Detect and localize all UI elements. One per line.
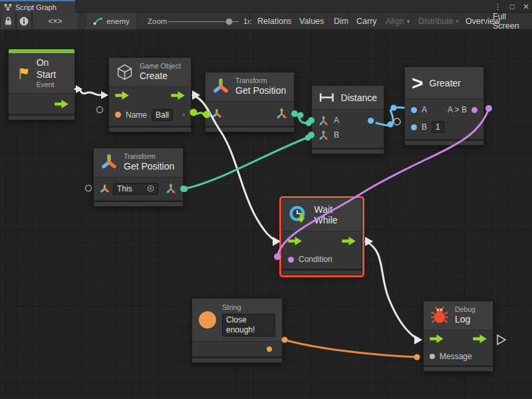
- node-get-position-self[interactable]: Transform Get Position This: [93, 148, 184, 207]
- target-value: This: [117, 184, 132, 194]
- flow-output-port[interactable]: [55, 100, 68, 108]
- wire-getposition-self-to-distance-b[interactable]: [184, 138, 307, 189]
- graph-asset-button[interactable]: enemy: [85, 13, 137, 30]
- node-title: Get Position: [235, 85, 286, 97]
- name-input-port[interactable]: [115, 112, 121, 118]
- b-value-field[interactable]: 1: [432, 121, 444, 133]
- node-debug-log[interactable]: Debug Log Message: [423, 301, 493, 372]
- string-icon: [199, 311, 216, 329]
- greater-input-a-port[interactable]: [411, 107, 417, 113]
- embed-icon: <×>: [48, 17, 62, 26]
- tab-title: Script Graph: [15, 3, 57, 11]
- input-b-edge-dot[interactable]: [308, 132, 315, 138]
- vector3-output-port[interactable]: [275, 107, 288, 120]
- maximize-icon[interactable]: □: [510, 2, 515, 11]
- transform-input-port[interactable]: [211, 108, 222, 119]
- carry-label: Carry: [356, 17, 377, 26]
- flow-input-port[interactable]: [430, 334, 444, 343]
- unconnected-port-circle: [86, 186, 92, 192]
- node-footer: [109, 126, 191, 132]
- fullscreen-button[interactable]: Full Screen: [485, 13, 532, 30]
- message-input-port[interactable]: [430, 354, 435, 359]
- wire-string-to-message[interactable]: [285, 340, 416, 357]
- graph-name-label: enemy: [106, 17, 130, 25]
- name-value-field[interactable]: Ball: [152, 109, 173, 121]
- vector3-edge-dot[interactable]: [180, 186, 187, 192]
- lock-button[interactable]: [0, 13, 16, 30]
- convert-embed-button[interactable]: <×>: [32, 13, 78, 30]
- node-wait-while-selected[interactable]: Wait While Condition: [281, 198, 362, 275]
- flow-output-port[interactable]: [171, 91, 185, 100]
- node-category: Game Object: [140, 62, 181, 70]
- greater-icon: >: [412, 74, 424, 92]
- node-footer: [424, 365, 493, 371]
- distance-output-port[interactable]: [368, 118, 374, 124]
- node-title: Wait While: [315, 204, 355, 225]
- close-icon[interactable]: ✕: [523, 2, 529, 11]
- flag-icon: [15, 65, 31, 82]
- fullscreen-label: Full Screen: [493, 12, 525, 31]
- input-a-label: A: [334, 116, 339, 125]
- dim-label: Dim: [334, 17, 348, 26]
- node-footer: [192, 356, 282, 362]
- lock-icon: [5, 17, 12, 25]
- node-footer: [405, 139, 483, 145]
- unconnected-flow-triangle: [497, 335, 505, 344]
- input-b-label: B: [334, 130, 339, 140]
- node-get-position-top[interactable]: Transform Get Position: [205, 72, 295, 132]
- chevron-down-icon: ▾: [407, 18, 410, 25]
- vector3-edge-dot[interactable]: [291, 110, 298, 117]
- node-game-object-create[interactable]: Game Object Create Name Ball: [108, 57, 192, 132]
- condition-input-port[interactable]: [288, 257, 294, 263]
- inspect-button[interactable]: [16, 13, 32, 30]
- script-graph-icon: [4, 3, 12, 11]
- node-title: Create: [140, 70, 181, 82]
- node-footer: [9, 114, 74, 120]
- string-output-port[interactable]: [267, 346, 272, 352]
- message-label: Message: [440, 352, 472, 361]
- greater-input-b-port[interactable]: [411, 124, 417, 130]
- node-greater[interactable]: > Greater A A > B B 1: [404, 66, 484, 146]
- wire-onstart-to-create[interactable]: [75, 88, 102, 95]
- result-label: A > B: [448, 105, 467, 114]
- greater-output-port[interactable]: [471, 107, 477, 113]
- graph-canvas[interactable]: On Start Event Game Object Create: [0, 30, 532, 399]
- input-a-edge-dot[interactable]: [308, 117, 315, 124]
- node-footer: [205, 126, 294, 132]
- node-string-literal[interactable]: String Close enough!: [192, 298, 283, 363]
- bug-icon: [430, 306, 449, 325]
- tab-script-graph[interactable]: Script Graph: [0, 0, 75, 13]
- info-icon: [19, 17, 29, 26]
- graph-asset-icon: [92, 17, 102, 25]
- game-object-output-port[interactable]: [182, 109, 185, 120]
- string-value-field[interactable]: Close enough!: [222, 314, 275, 336]
- vector3-input-a-port[interactable]: [318, 115, 329, 126]
- condition-label: Condition: [299, 255, 332, 264]
- vector3-output-port[interactable]: [165, 182, 177, 195]
- distribute-label: Distribute: [418, 17, 454, 26]
- node-footer: [282, 269, 362, 275]
- target-field[interactable]: This: [113, 183, 158, 195]
- input-b-label: B: [422, 122, 427, 132]
- node-title: Get Position: [124, 161, 174, 173]
- input-a-label: A: [422, 105, 427, 114]
- zoom-label: Zoom: [148, 13, 167, 30]
- distance-icon: [319, 92, 335, 103]
- vector3-input-b-port[interactable]: [318, 130, 329, 141]
- flow-input-port[interactable]: [288, 237, 302, 245]
- node-title: Distance: [341, 92, 377, 103]
- node-title: Log: [455, 314, 475, 326]
- wire-waitwhile-to-debuglog[interactable]: [366, 241, 419, 340]
- node-title: Greater: [430, 78, 461, 88]
- window-menu-icon[interactable]: ⋮: [494, 2, 502, 11]
- node-on-start-event[interactable]: On Start Event: [8, 49, 75, 120]
- cube-icon: [116, 63, 134, 81]
- transform-input-port[interactable]: [100, 184, 110, 194]
- flow-output-port[interactable]: [473, 334, 487, 343]
- flow-input-port[interactable]: [115, 91, 129, 100]
- object-picker-icon[interactable]: [147, 185, 154, 192]
- flow-output-port[interactable]: [342, 237, 356, 245]
- zoom-slider-knob[interactable]: [225, 18, 233, 25]
- graph-toolbar: <×> enemy Zoom 1x Relations Values Dim C…: [0, 13, 532, 30]
- node-distance[interactable]: Distance A B: [311, 85, 384, 154]
